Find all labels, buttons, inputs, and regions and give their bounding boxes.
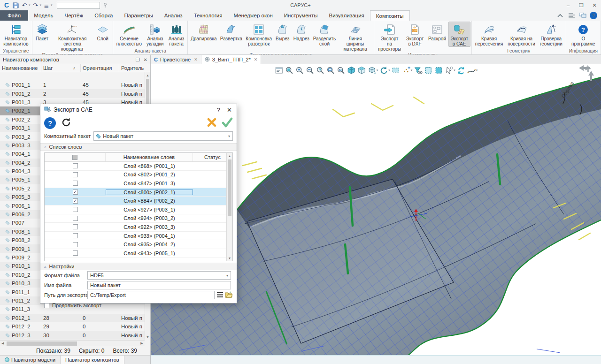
- layer-checkbox[interactable]: [73, 242, 78, 247]
- minimize-button[interactable]: –: [562, 0, 575, 10]
- layer-row[interactable]: Слой <924> (P003_2): [45, 214, 226, 223]
- dialog-refresh-icon[interactable]: [61, 117, 72, 129]
- search-pin-icon[interactable]: [101, 1, 109, 9]
- undo-button[interactable]: ↶: [21, 1, 28, 9]
- ribbon-button-curvesurf[interactable]: Кривая на поверхности: [505, 22, 537, 47]
- layer-checkbox[interactable]: [73, 207, 78, 212]
- point-select-icon[interactable]: ▾: [401, 66, 413, 75]
- layer-checkbox[interactable]: ✓: [73, 190, 78, 195]
- ribbon-button-weights[interactable]: Анализ пакета: [166, 22, 187, 47]
- layer-row[interactable]: Слой <935> (P004_2): [45, 240, 226, 249]
- continue-export-checkbox[interactable]: [44, 303, 49, 308]
- tab-close-icon[interactable]: ✕: [254, 57, 258, 62]
- scroll-down-icon[interactable]: ▼: [227, 255, 232, 261]
- view-orientation-icon[interactable]: ▾: [367, 66, 378, 75]
- close-button[interactable]: ✕: [588, 0, 601, 10]
- field-input[interactable]: Новый пакет: [87, 281, 231, 289]
- chevron-down-icon[interactable]: ▾: [411, 68, 413, 72]
- chevron-down-icon[interactable]: ▾: [388, 68, 390, 72]
- layer-checkbox[interactable]: ✓: [73, 198, 78, 204]
- screens-icon[interactable]: [578, 11, 587, 20]
- ply-row-P001_2[interactable]: P001_2245Новый п: [0, 89, 145, 98]
- ribbon-button-widthlines[interactable]: Линия ширины материала: [338, 22, 373, 52]
- chevron-down-icon[interactable]: ▾: [476, 68, 478, 72]
- column-header-1[interactable]: Шаг∧: [41, 64, 81, 72]
- zoom-window-icon[interactable]: [326, 66, 335, 75]
- ribbon-button-curveint[interactable]: Кривая пересечения: [473, 22, 506, 47]
- layer-row[interactable]: Слой <847> (P001_3): [45, 179, 226, 188]
- dialog-close-button[interactable]: ✕: [227, 106, 232, 114]
- select-all-checkbox[interactable]: [72, 155, 77, 160]
- ribbon-button-ruler[interactable]: Анализ укладки: [144, 22, 166, 47]
- dialog-ok-icon[interactable]: [222, 117, 233, 129]
- undo-caret-icon[interactable]: ▾: [29, 3, 31, 7]
- document-tab-3_Винт_ТПП_2[interactable]: 3_Винт_ТПП_2*✕: [201, 55, 262, 64]
- layer-row[interactable]: Слой <927> (P003_1): [45, 205, 226, 214]
- menu-tab-чертёж[interactable]: Чертёж: [59, 10, 89, 21]
- ribbon-button-layers[interactable]: Пакет: [33, 22, 51, 42]
- layer-checkbox[interactable]: [73, 181, 78, 186]
- ribbon-button-geomcheck[interactable]: Проверка геометрии: [538, 22, 565, 47]
- menu-tab-параметры[interactable]: Параметры: [119, 10, 159, 21]
- menu-tab-файл[interactable]: Файл: [0, 10, 28, 21]
- layer-row[interactable]: ✓Слой <884> (P002_2): [45, 197, 226, 205]
- layer-row[interactable]: Слой <943> (P005_1): [45, 249, 226, 258]
- zoom-previous-icon[interactable]: [285, 66, 294, 75]
- column-header-0[interactable]: Наименование: [0, 64, 41, 72]
- ribbon-button-split[interactable]: Разделить слой: [311, 22, 338, 47]
- ribbon-button-unfold[interactable]: Развертка: [218, 22, 244, 42]
- menu-tab-модель[interactable]: Модель: [28, 10, 59, 21]
- ribbon-button-notch[interactable]: Надрез: [292, 22, 311, 42]
- menu-tab-инструменты[interactable]: Инструменты: [278, 10, 324, 21]
- zoom-rect-icon[interactable]: [391, 66, 401, 75]
- bottom-tab-навигатор-модели[interactable]: Навигатор модели: [0, 356, 61, 364]
- dialog-help-circle-icon[interactable]: ?: [44, 117, 56, 129]
- ribbon-button-layer[interactable]: Слой: [94, 22, 112, 42]
- tab-close-icon[interactable]: ✕: [194, 57, 198, 62]
- save-icon[interactable]: [12, 1, 19, 9]
- layers-table-scrollbar[interactable]: ▲ ▼: [226, 153, 232, 261]
- ribbon-button-about[interactable]: ?О программе: [567, 22, 600, 47]
- visibility-filter-icon[interactable]: [413, 66, 423, 75]
- command-list-caret-icon[interactable]: ▾: [51, 3, 53, 7]
- scroll-thumb[interactable]: [7, 341, 77, 346]
- redo-caret-icon[interactable]: ▾: [40, 3, 42, 7]
- layers-section-header[interactable]: ▵ Список слоев: [40, 143, 237, 151]
- spline-icon[interactable]: ▾: [467, 66, 478, 75]
- scroll-thumb[interactable]: [228, 159, 231, 216]
- menu-tab-визуализация[interactable]: Визуализация: [324, 10, 370, 21]
- help-icon[interactable]: ?: [590, 12, 597, 19]
- layer-row[interactable]: Слой <933> (P004_1): [45, 232, 226, 241]
- column-header-3[interactable]: Родитель: [119, 64, 150, 72]
- chevron-down-icon[interactable]: ▾: [454, 68, 455, 72]
- ribbon-button-section[interactable]: Сечение плоскостью: [114, 22, 144, 47]
- layer-row[interactable]: Слой <868> (P001_1): [45, 162, 226, 171]
- isometric-view-icon[interactable]: [357, 66, 366, 75]
- menu-tab-менеджер-окон[interactable]: Менеджер окон: [228, 10, 278, 21]
- pointer-snap-icon[interactable]: ▾: [444, 66, 455, 75]
- scroll-down-icon[interactable]: ▼: [145, 334, 150, 340]
- rebuild-icon[interactable]: [456, 66, 466, 75]
- settings-section-header[interactable]: ▵ Настройки: [40, 263, 237, 270]
- zoom-normal-icon[interactable]: N: [336, 66, 346, 75]
- scroll-right-icon[interactable]: ▶: [139, 341, 145, 345]
- zoom-out-icon[interactable]: [305, 66, 315, 75]
- layer-checkbox[interactable]: [73, 172, 78, 177]
- command-lines-icon[interactable]: [567, 11, 576, 20]
- layer-row[interactable]: ✓Слой <800> (P002_1): [45, 188, 226, 197]
- ribbon-button-drape[interactable]: Драпировка: [189, 22, 218, 42]
- restore-button[interactable]: ❐: [575, 0, 588, 10]
- scroll-left-icon[interactable]: ◀: [0, 341, 6, 345]
- column-header-2[interactable]: Ориентация: [81, 64, 119, 72]
- ply-row-P012_1[interactable]: P012_1280Новый п: [0, 314, 145, 322]
- ply-row-P012_2[interactable]: P012_2290Новый п: [0, 322, 145, 331]
- command-window-icon[interactable]: [274, 66, 284, 75]
- box-select-filled-icon[interactable]: [434, 66, 443, 75]
- app-logo-icon[interactable]: C: [3, 1, 10, 9]
- ribbon-button-hierarchy[interactable]: Навигатор композитов: [1, 22, 31, 47]
- dialog-title-bar[interactable]: Экспорт в CAE ? ✕: [40, 104, 237, 115]
- ribbon-button-exportdxf[interactable]: DXFЭкспорт в DXF: [404, 22, 426, 47]
- dialog-help-button[interactable]: ?: [217, 106, 220, 114]
- variables-menu-icon[interactable]: [216, 292, 223, 299]
- layer-checkbox[interactable]: [73, 224, 78, 229]
